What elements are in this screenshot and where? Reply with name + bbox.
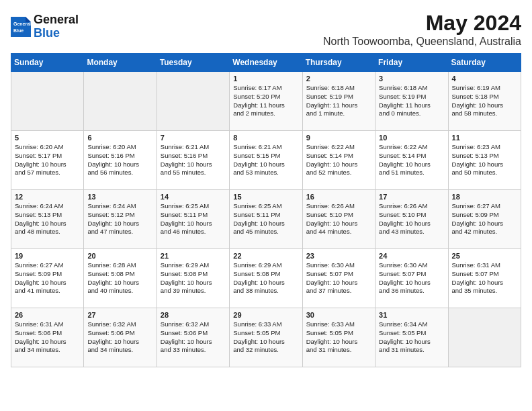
svg-text:Blue: Blue <box>13 28 24 33</box>
day-info: Sunrise: 6:29 AM Sunset: 5:08 PM Dayligh… <box>161 261 226 295</box>
calendar-cell: 19Sunrise: 6:27 AM Sunset: 5:09 PM Dayli… <box>11 249 84 308</box>
day-info: Sunrise: 6:22 AM Sunset: 5:14 PM Dayligh… <box>306 143 371 177</box>
day-number: 7 <box>161 134 226 142</box>
day-number: 20 <box>87 252 152 260</box>
day-number: 12 <box>15 193 80 201</box>
calendar-cell: 16Sunrise: 6:26 AM Sunset: 5:10 PM Dayli… <box>302 190 375 249</box>
day-number: 21 <box>161 252 226 260</box>
day-number: 15 <box>233 193 298 201</box>
calendar-cell: 12Sunrise: 6:24 AM Sunset: 5:13 PM Dayli… <box>11 190 84 249</box>
day-number: 3 <box>379 75 444 83</box>
calendar-cell: 21Sunrise: 6:29 AM Sunset: 5:08 PM Dayli… <box>157 249 229 308</box>
calendar-cell: 24Sunrise: 6:30 AM Sunset: 5:07 PM Dayli… <box>375 249 448 308</box>
calendar-cell: 26Sunrise: 6:31 AM Sunset: 5:06 PM Dayli… <box>11 308 84 367</box>
calendar-cell: 6Sunrise: 6:20 AM Sunset: 5:16 PM Daylig… <box>84 131 157 190</box>
day-info: Sunrise: 6:26 AM Sunset: 5:10 PM Dayligh… <box>379 202 444 236</box>
day-number: 23 <box>306 252 371 260</box>
calendar-week-row: 1Sunrise: 6:17 AM Sunset: 5:20 PM Daylig… <box>11 72 521 131</box>
calendar-week-row: 12Sunrise: 6:24 AM Sunset: 5:13 PM Dayli… <box>11 190 521 249</box>
day-info: Sunrise: 6:21 AM Sunset: 5:15 PM Dayligh… <box>233 143 298 177</box>
day-number: 30 <box>306 311 371 319</box>
day-number: 16 <box>306 193 371 201</box>
calendar-cell: 2Sunrise: 6:18 AM Sunset: 5:19 PM Daylig… <box>302 72 375 131</box>
svg-text:General: General <box>13 21 31 26</box>
calendar-cell: 28Sunrise: 6:32 AM Sunset: 5:06 PM Dayli… <box>157 308 229 367</box>
calendar-cell: 4Sunrise: 6:19 AM Sunset: 5:18 PM Daylig… <box>448 72 521 131</box>
day-info: Sunrise: 6:33 AM Sunset: 5:05 PM Dayligh… <box>306 320 371 355</box>
calendar-cell: 30Sunrise: 6:33 AM Sunset: 5:05 PM Dayli… <box>302 308 375 367</box>
calendar-cell: 20Sunrise: 6:28 AM Sunset: 5:08 PM Dayli… <box>84 249 157 308</box>
day-number: 31 <box>379 311 444 319</box>
calendar-cell: 13Sunrise: 6:24 AM Sunset: 5:12 PM Dayli… <box>84 190 157 249</box>
calendar-cell: 1Sunrise: 6:17 AM Sunset: 5:20 PM Daylig… <box>230 72 302 131</box>
day-number: 26 <box>15 311 80 319</box>
day-info: Sunrise: 6:31 AM Sunset: 5:07 PM Dayligh… <box>452 261 517 295</box>
day-info: Sunrise: 6:31 AM Sunset: 5:06 PM Dayligh… <box>15 320 80 355</box>
subtitle: North Toowoomba, Queensland, Australia <box>323 36 521 48</box>
day-number: 24 <box>379 252 444 260</box>
calendar-cell <box>448 308 521 367</box>
day-number: 22 <box>233 252 298 260</box>
day-info: Sunrise: 6:22 AM Sunset: 5:14 PM Dayligh… <box>379 143 444 177</box>
logo-text: General Blue <box>34 13 79 40</box>
logo-general: General <box>34 13 79 27</box>
day-number: 5 <box>15 134 80 142</box>
day-number: 19 <box>15 252 80 260</box>
calendar-week-row: 5Sunrise: 6:20 AM Sunset: 5:17 PM Daylig… <box>11 131 521 190</box>
calendar-week-row: 19Sunrise: 6:27 AM Sunset: 5:09 PM Dayli… <box>11 249 521 308</box>
day-number: 4 <box>452 75 517 83</box>
day-info: Sunrise: 6:25 AM Sunset: 5:11 PM Dayligh… <box>161 202 226 236</box>
column-header-wednesday: Wednesday <box>230 54 302 72</box>
day-info: Sunrise: 6:18 AM Sunset: 5:19 PM Dayligh… <box>379 84 444 118</box>
day-number: 6 <box>87 134 152 142</box>
calendar-cell <box>11 72 84 131</box>
day-number: 10 <box>379 134 444 142</box>
column-header-sunday: Sunday <box>11 54 84 72</box>
day-info: Sunrise: 6:28 AM Sunset: 5:08 PM Dayligh… <box>87 261 152 295</box>
day-info: Sunrise: 6:26 AM Sunset: 5:10 PM Dayligh… <box>306 202 371 236</box>
column-header-saturday: Saturday <box>448 54 521 72</box>
calendar-cell: 25Sunrise: 6:31 AM Sunset: 5:07 PM Dayli… <box>448 249 521 308</box>
main-title: May 2024 <box>323 11 521 36</box>
day-number: 13 <box>87 193 152 201</box>
day-info: Sunrise: 6:20 AM Sunset: 5:16 PM Dayligh… <box>87 143 152 177</box>
day-info: Sunrise: 6:30 AM Sunset: 5:07 PM Dayligh… <box>306 261 371 295</box>
day-info: Sunrise: 6:32 AM Sunset: 5:06 PM Dayligh… <box>87 320 152 355</box>
calendar-cell: 27Sunrise: 6:32 AM Sunset: 5:06 PM Dayli… <box>84 308 157 367</box>
calendar-cell: 5Sunrise: 6:20 AM Sunset: 5:17 PM Daylig… <box>11 131 84 190</box>
logo-blue: Blue <box>34 27 79 40</box>
day-info: Sunrise: 6:32 AM Sunset: 5:06 PM Dayligh… <box>161 320 226 355</box>
day-number: 27 <box>87 311 152 319</box>
calendar-cell: 17Sunrise: 6:26 AM Sunset: 5:10 PM Dayli… <box>375 190 448 249</box>
day-number: 11 <box>452 134 517 142</box>
day-number: 14 <box>161 193 226 201</box>
day-info: Sunrise: 6:27 AM Sunset: 5:09 PM Dayligh… <box>15 261 80 295</box>
day-info: Sunrise: 6:29 AM Sunset: 5:08 PM Dayligh… <box>233 261 298 295</box>
logo: General Blue General Blue <box>11 13 79 40</box>
calendar-cell: 18Sunrise: 6:27 AM Sunset: 5:09 PM Dayli… <box>448 190 521 249</box>
day-info: Sunrise: 6:23 AM Sunset: 5:13 PM Dayligh… <box>452 143 517 177</box>
calendar-cell: 22Sunrise: 6:29 AM Sunset: 5:08 PM Dayli… <box>230 249 302 308</box>
day-info: Sunrise: 6:24 AM Sunset: 5:12 PM Dayligh… <box>87 202 152 236</box>
calendar-cell: 11Sunrise: 6:23 AM Sunset: 5:13 PM Dayli… <box>448 131 521 190</box>
page-header: General Blue General Blue May 2024 North… <box>11 11 521 48</box>
day-info: Sunrise: 6:30 AM Sunset: 5:07 PM Dayligh… <box>379 261 444 295</box>
calendar-table: SundayMondayTuesdayWednesdayThursdayFrid… <box>11 53 521 367</box>
day-info: Sunrise: 6:24 AM Sunset: 5:13 PM Dayligh… <box>15 202 80 236</box>
day-number: 29 <box>233 311 298 319</box>
day-info: Sunrise: 6:21 AM Sunset: 5:16 PM Dayligh… <box>161 143 226 177</box>
day-number: 2 <box>306 75 371 83</box>
day-number: 25 <box>452 252 517 260</box>
column-header-tuesday: Tuesday <box>157 54 229 72</box>
column-header-friday: Friday <box>375 54 448 72</box>
day-info: Sunrise: 6:33 AM Sunset: 5:05 PM Dayligh… <box>233 320 298 355</box>
calendar-cell <box>84 72 157 131</box>
logo-icon: General Blue <box>11 17 31 37</box>
calendar-cell: 23Sunrise: 6:30 AM Sunset: 5:07 PM Dayli… <box>302 249 375 308</box>
day-info: Sunrise: 6:20 AM Sunset: 5:17 PM Dayligh… <box>15 143 80 177</box>
day-info: Sunrise: 6:27 AM Sunset: 5:09 PM Dayligh… <box>452 202 517 236</box>
day-number: 9 <box>306 134 371 142</box>
calendar-cell: 14Sunrise: 6:25 AM Sunset: 5:11 PM Dayli… <box>157 190 229 249</box>
calendar-cell: 8Sunrise: 6:21 AM Sunset: 5:15 PM Daylig… <box>230 131 302 190</box>
column-header-thursday: Thursday <box>302 54 375 72</box>
